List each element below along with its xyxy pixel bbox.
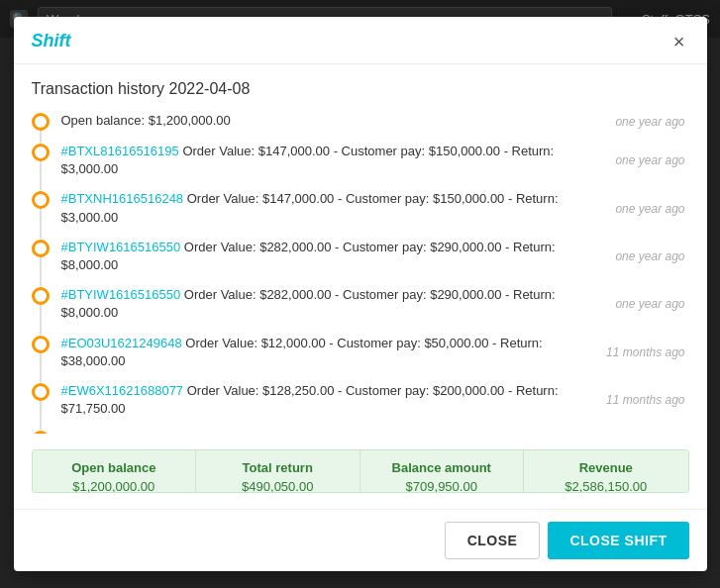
- modal: Shift × Transaction history 2022-04-08 O…: [14, 17, 707, 571]
- timeline-item-content: #BTYIW1616516550 Order Value: $282,000.0…: [61, 239, 606, 274]
- list-item: #BTYIW1616516550 Order Value: $282,000.0…: [32, 239, 685, 274]
- summary-balance-amount-label: Balance amount: [374, 460, 510, 475]
- list-item: #M3PK11626255577 Order Value: $128,250.0…: [32, 430, 685, 434]
- list-item: #BTYIW1616516550 Order Value: $282,000.0…: [32, 286, 685, 322]
- transaction-link[interactable]: #BTXL81616516195: [61, 144, 179, 158]
- modal-body: Transaction history 2022-04-08 Open bala…: [14, 64, 707, 509]
- summary-revenue-value: $2,586,150.00: [538, 479, 674, 493]
- timeline-item-content: #EO03U1621249648 Order Value: $12,000.00…: [61, 335, 597, 370]
- timeline-container: Open balance: $1,200,000.00 one year ago…: [32, 112, 689, 434]
- transaction-link[interactable]: #BTYIW1616516550: [61, 287, 181, 302]
- timeline-item-time: one year ago: [615, 202, 684, 216]
- summary-open-balance: Open balance $1,200,000.00: [33, 450, 197, 493]
- timeline-dot: [32, 431, 50, 434]
- timeline-item-time: 11 months ago: [606, 393, 684, 407]
- list-item: #BTXNH1616516248 Order Value: $147,000.0…: [32, 190, 685, 226]
- timeline-item-content: #BTYIW1616516550 Order Value: $282,000.0…: [61, 286, 606, 322]
- timeline-dot: [32, 113, 50, 131]
- list-item: Open balance: $1,200,000.00 one year ago: [32, 112, 685, 131]
- summary-table: Open balance $1,200,000.00 Total return …: [32, 449, 689, 493]
- timeline-item-content: #EW6X11621688077 Order Value: $128,250.0…: [61, 382, 597, 418]
- modal-close-button[interactable]: ×: [669, 32, 689, 51]
- timeline-item-content: #BTXL81616516195 Order Value: $147,000.0…: [61, 143, 606, 178]
- section-title: Transaction history 2022-04-08: [32, 80, 689, 98]
- timeline-item-time: one year ago: [615, 153, 684, 167]
- timeline-item-time: one year ago: [615, 249, 684, 263]
- summary-revenue: Revenue $2,586,150.00: [524, 450, 688, 493]
- transaction-link[interactable]: #BTXNH1616516248: [61, 191, 184, 206]
- timeline-dot: [32, 144, 50, 161]
- timeline-item-time: 11 months ago: [606, 345, 684, 359]
- timeline-dot: [32, 240, 50, 257]
- timeline-item-time: one year ago: [615, 115, 684, 129]
- timeline-dot: [32, 191, 50, 209]
- summary-total-return-label: Total return: [210, 460, 346, 475]
- summary-balance-amount: Balance amount $709,950.00: [360, 450, 525, 493]
- list-item: #BTXL81616516195 Order Value: $147,000.0…: [32, 143, 685, 178]
- modal-header: Shift ×: [14, 17, 707, 64]
- summary-total-return: Total return $490,050.00: [196, 450, 360, 493]
- summary-open-balance-value: $1,200,000.00: [47, 479, 182, 493]
- timeline-dot: [32, 383, 50, 401]
- timeline-item-content: #M3PK11626255577 Order Value: $128,250.0…: [61, 430, 603, 434]
- timeline-item-content: Open balance: $1,200,000.00: [61, 112, 606, 130]
- summary-balance-amount-value: $709,950.00: [374, 479, 510, 493]
- timeline-item-content: #BTXNH1616516248 Order Value: $147,000.0…: [61, 190, 606, 226]
- timeline-dot: [32, 336, 50, 353]
- modal-footer: CLOSE CLOSE SHIFT: [14, 509, 707, 571]
- timeline-dot: [32, 287, 50, 305]
- transaction-link[interactable]: #EW6X11621688077: [61, 383, 184, 398]
- transaction-link[interactable]: #EO03U1621249648: [61, 336, 182, 350]
- close-button[interactable]: CLOSE: [445, 522, 541, 559]
- modal-title: Shift: [32, 31, 71, 51]
- timeline-item-time: one year ago: [615, 297, 684, 311]
- summary-open-balance-label: Open balance: [47, 460, 182, 475]
- list-item: #EO03U1621249648 Order Value: $12,000.00…: [32, 335, 685, 370]
- modal-overlay: Shift × Transaction history 2022-04-08 O…: [0, 0, 720, 588]
- transaction-link[interactable]: #BTYIW1616516550: [61, 240, 181, 254]
- list-item: #EW6X11621688077 Order Value: $128,250.0…: [32, 382, 685, 418]
- transaction-link[interactable]: #M3PK11626255577: [61, 431, 182, 434]
- close-shift-button[interactable]: CLOSE SHIFT: [548, 522, 688, 559]
- summary-total-return-value: $490,050.00: [210, 479, 346, 493]
- summary-revenue-label: Revenue: [538, 460, 674, 475]
- open-balance-text: Open balance: $1,200,000.00: [61, 113, 231, 128]
